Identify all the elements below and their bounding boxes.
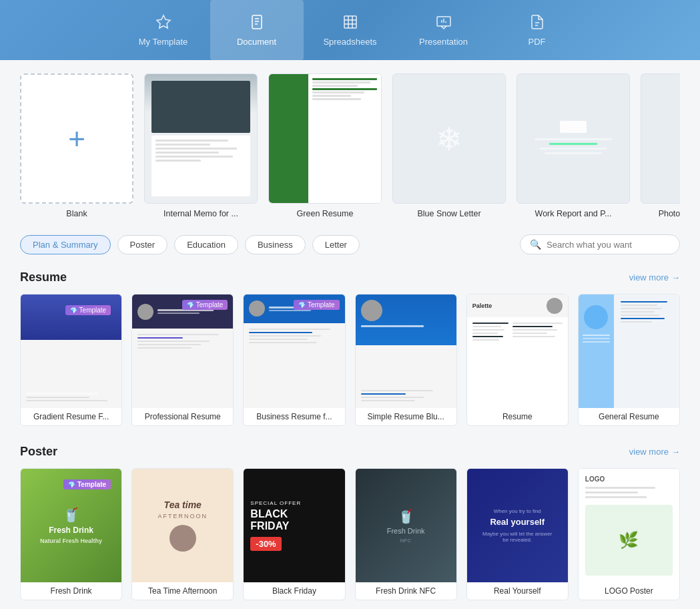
fresh-drink-name: Fresh Drink xyxy=(21,582,121,600)
filter-plan-summary[interactable]: Plan & Summary xyxy=(20,235,111,254)
freshdark-card[interactable]: 🥤 Fresh Drink NFC Fresh Drink NFC xyxy=(355,468,457,600)
gradient-resume-thumb: Template xyxy=(21,294,121,408)
green-resume-label: Green Resume xyxy=(268,209,382,218)
simple-resume-blue-card[interactable]: Simple Resume Blu... xyxy=(355,294,457,426)
resume-palette-card[interactable]: Palette xyxy=(466,294,569,426)
search-icon: 🔍 xyxy=(530,239,541,250)
nav-document[interactable]: Document xyxy=(210,0,304,60)
arrow-right-icon: → xyxy=(671,272,680,282)
green-sidebar xyxy=(269,74,308,203)
business-resume-card[interactable]: Template Business Resume f... xyxy=(243,294,345,426)
document-icon xyxy=(249,14,265,33)
general-resume-name: General Resume xyxy=(579,408,679,425)
memo-preview xyxy=(145,74,257,203)
logo-poster-card[interactable]: LOGO 🌿 LOGO Poster xyxy=(578,468,680,600)
realyourself-thumb: When you try to find Real yourself Maybe… xyxy=(467,469,568,582)
nav-my-template-label: My Template xyxy=(139,37,188,47)
realyourself-name: Real Yourself xyxy=(467,582,568,600)
resume-section-title: Resume xyxy=(20,270,67,284)
fresh-drink-thumb: Template 🥤 Fresh Drink Natural Fresh Hea… xyxy=(21,469,121,582)
fresh-drink-card[interactable]: Template 🥤 Fresh Drink Natural Fresh Hea… xyxy=(20,468,122,600)
professional-resume-card[interactable]: Template Professional Resume xyxy=(131,294,234,426)
teatime-name: Tea Time Afternoon xyxy=(132,582,233,600)
work-report-label: Work Report and P... xyxy=(516,209,630,218)
nav-presentation-label: Presentation xyxy=(419,37,468,47)
blue-snow-template[interactable]: ❄ Blue Snow Letter xyxy=(392,73,506,218)
filter-education[interactable]: Education xyxy=(174,235,238,254)
nav-spreadsheets-label: Spreadsheets xyxy=(323,37,376,47)
poster-arrow-right-icon: → xyxy=(671,447,680,457)
snowflake-icon: ❄ xyxy=(436,120,462,158)
poster-template-grid: Template 🥤 Fresh Drink Natural Fresh Hea… xyxy=(20,468,680,600)
freshdark-name: Fresh Drink NFC xyxy=(356,582,456,600)
freshdark-thumb: 🥤 Fresh Drink NFC xyxy=(356,469,456,582)
fresh-badge: Template xyxy=(63,479,111,489)
resume-palette-thumb: Palette xyxy=(467,294,568,408)
blue-snow-label: Blue Snow Letter xyxy=(392,209,506,218)
green-content xyxy=(308,74,381,203)
internal-memo-template[interactable]: Internal Memo for ... xyxy=(144,73,258,218)
resume-palette-name: Resume xyxy=(467,408,568,425)
pdf-icon xyxy=(529,14,545,33)
memo-paper xyxy=(151,136,250,196)
palette-title: Palette xyxy=(472,302,492,309)
pro-badge: Template xyxy=(182,300,228,310)
svg-marker-0 xyxy=(157,15,170,28)
search-input[interactable] xyxy=(547,240,670,250)
work-report-template[interactable]: Work Report and P... xyxy=(516,73,630,218)
svg-rect-5 xyxy=(344,16,356,28)
internal-memo-label: Internal Memo for ... xyxy=(144,209,258,218)
green-resume-template[interactable]: Green Resume xyxy=(268,73,382,218)
filter-row: Plan & Summary Poster Education Business… xyxy=(20,234,680,254)
poster-section-title: Poster xyxy=(20,445,57,459)
blackfriday-name: Black Friday xyxy=(244,582,344,600)
star-icon xyxy=(155,14,171,33)
spreadsheets-icon xyxy=(342,14,358,33)
nav-pdf-label: PDF xyxy=(529,37,546,47)
green-resume-thumb xyxy=(268,73,382,204)
logo-poster-thumb: LOGO 🌿 xyxy=(579,469,679,582)
general-resume-thumb xyxy=(579,294,679,408)
resume-template-grid: Template Gradient Resume F... xyxy=(20,294,680,426)
realyourself-card[interactable]: When you try to find Real yourself Maybe… xyxy=(466,468,569,600)
resume-section: Resume view more → Template xyxy=(20,270,680,426)
blank-label: Blank xyxy=(20,209,133,218)
wr-logo xyxy=(560,121,587,133)
teatime-card[interactable]: Tea time Afternoon Tea Time Afternoon xyxy=(131,468,234,600)
gradient-resume-card[interactable]: Template Gradient Resume F... xyxy=(20,294,122,426)
gradient-resume-name: Gradient Resume F... xyxy=(21,408,121,425)
photo-business-label: Photo Business Re... xyxy=(641,209,680,218)
simple-resume-blue-thumb xyxy=(356,294,456,408)
blackfriday-card[interactable]: SPECIAL OFFER BLACKFRIDAY -30% Black Fri… xyxy=(243,468,345,600)
nav-document-label: Document xyxy=(237,37,276,47)
nav-pdf[interactable]: PDF xyxy=(490,0,584,60)
blue-snow-thumb: ❄ xyxy=(392,73,506,204)
rg-body xyxy=(614,294,679,408)
rg-sidebar xyxy=(579,294,614,408)
blank-thumb: + xyxy=(20,73,133,204)
internal-memo-thumb xyxy=(144,73,258,204)
photo-business-thumb xyxy=(641,73,680,204)
nav-my-template[interactable]: My Template xyxy=(117,0,210,60)
poster-section: Poster view more → Template 🥤 Fresh Drin… xyxy=(20,445,680,600)
nav-presentation[interactable]: Presentation xyxy=(397,0,490,60)
biz-avatar xyxy=(249,300,265,317)
filter-business[interactable]: Business xyxy=(245,235,306,254)
presentation-icon xyxy=(436,14,452,33)
svg-rect-1 xyxy=(252,15,262,29)
filter-letter[interactable]: Letter xyxy=(312,235,360,254)
nav-spreadsheets[interactable]: Spreadsheets xyxy=(304,0,397,60)
resume-view-more[interactable]: view more → xyxy=(629,272,680,282)
general-resume-card[interactable]: General Resume xyxy=(578,294,680,426)
memo-dark-bar xyxy=(151,81,250,133)
logo-poster-name: LOGO Poster xyxy=(579,582,679,600)
pro-avatar xyxy=(137,304,153,320)
filter-poster[interactable]: Poster xyxy=(117,235,168,254)
poster-view-more[interactable]: view more → xyxy=(629,447,680,457)
search-box[interactable]: 🔍 xyxy=(520,234,680,254)
main-content: + Blank Internal Memo f xyxy=(0,60,700,609)
blank-template[interactable]: + Blank xyxy=(20,73,133,218)
work-report-thumb xyxy=(516,73,630,204)
photo-business-template[interactable]: Photo Business Re... xyxy=(641,73,680,218)
blackfriday-thumb: SPECIAL OFFER BLACKFRIDAY -30% xyxy=(244,469,344,582)
